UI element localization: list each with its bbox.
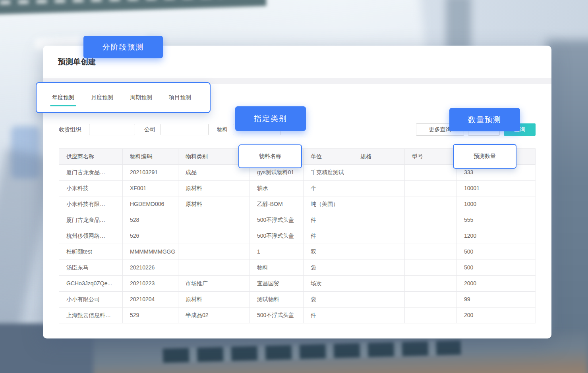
company-input[interactable]	[161, 124, 209, 135]
cell-spec	[353, 196, 405, 212]
cell-qty: 500	[457, 244, 536, 260]
background-right-shade	[546, 40, 588, 373]
cell-code: 202103291	[123, 165, 178, 180]
table-row[interactable]: 杜昕颐testMMMMMMMGGG1双500	[59, 244, 536, 260]
cell-name: 物料	[250, 260, 304, 275]
cell-qty: 500	[457, 260, 536, 275]
col-supplier-name: 供应商名称	[59, 149, 123, 164]
cell-spec	[353, 212, 405, 228]
cell-spec	[353, 276, 405, 291]
cell-qty: 1200	[457, 228, 536, 244]
cell-name: 乙醇-BOM	[250, 196, 304, 212]
receiving-org-input[interactable]	[89, 124, 135, 135]
specify-category-badge: 指定类别	[235, 106, 306, 131]
cell-unit: 袋	[304, 292, 353, 307]
col-model: 型号	[405, 149, 457, 164]
cell-category	[178, 228, 250, 244]
cell-supplier: 厦门古龙食品…	[59, 165, 123, 180]
cell-qty: 200	[457, 308, 536, 323]
cell-spec	[353, 165, 405, 180]
material-name-highlight-box: 物料名称	[238, 144, 302, 168]
cell-category: 原材料	[178, 196, 250, 212]
cell-spec	[353, 228, 405, 244]
quantity-forecast-badge: 数量预测	[449, 108, 520, 131]
cell-supplier: 杜昕颐test	[59, 244, 123, 260]
table-row[interactable]: 上海甄云信息科…529半成品02500不浮式头盖件200	[59, 308, 536, 323]
cell-name: 轴承	[250, 181, 304, 196]
cell-code: XF001	[123, 181, 178, 196]
cell-spec	[353, 244, 405, 260]
cell-code: MMMMMMMGGG	[123, 244, 178, 260]
cell-model	[405, 165, 457, 180]
table-row[interactable]: 小米科技有限…HGDEMO006原材料乙醇-BOM吨（美国）1000	[59, 196, 536, 212]
background-doc-shape	[11, 126, 40, 179]
cell-name: 1	[250, 244, 304, 260]
receiving-org-label: 收货组织	[59, 123, 81, 136]
table-row[interactable]: 杭州移领网络…526500不浮式头盖件1200	[59, 228, 536, 244]
forecast-table: 供应商名称 物料编码 物料类别 物料名称 单位 规格 型号 预测数量 厦门古龙食…	[59, 148, 536, 323]
cell-supplier: 小米科技有限…	[59, 196, 123, 212]
cell-qty: 1000	[457, 196, 536, 212]
cell-unit: 件	[304, 308, 353, 323]
cell-name: 测试物料	[250, 292, 304, 307]
cell-category: 市场推广	[178, 276, 250, 291]
table-row[interactable]: 厦门古龙食品…528500不浮式头盖件555	[59, 212, 536, 228]
cell-model	[405, 308, 457, 323]
cell-model	[405, 244, 457, 260]
cell-category: 原材料	[178, 292, 250, 307]
col-unit: 单位	[304, 149, 353, 164]
tab-annual-forecast[interactable]: 年度预测	[51, 94, 75, 101]
cell-model	[405, 181, 457, 196]
cell-unit: 个	[304, 181, 353, 196]
cell-code: 528	[123, 212, 178, 228]
cell-code: 20210226	[123, 260, 178, 275]
cell-code: 20210223	[123, 276, 178, 291]
cell-category	[178, 260, 250, 275]
tabs-highlight-box: 年度预测 月度预测 周期预测 项目预测	[36, 82, 211, 113]
cell-unit: 件	[304, 228, 353, 244]
table-row[interactable]: 小米科技XF001原材料轴承个10001	[59, 181, 536, 196]
cell-supplier: 上海甄云信息科…	[59, 308, 123, 323]
table-row[interactable]: 小小有限公司20210204原材料测试物料袋99	[59, 292, 536, 308]
background-menu-text	[0, 0, 222, 4]
cell-model	[405, 196, 457, 212]
cell-name: 500不浮式头盖	[250, 228, 304, 244]
cell-qty: 10001	[457, 181, 536, 196]
cell-code: 526	[123, 228, 178, 244]
cell-spec	[353, 181, 405, 196]
col-material-code: 物料编码	[123, 149, 178, 164]
cell-qty: 2000	[457, 276, 536, 291]
cell-name: 宜昌国贸	[250, 276, 304, 291]
cell-unit: 场次	[304, 276, 353, 291]
cell-model	[405, 260, 457, 275]
cell-category: 半成品02	[178, 308, 250, 323]
cell-model	[405, 276, 457, 291]
background-keyboard	[163, 340, 461, 363]
forecast-qty-highlight-box: 预测数量	[453, 144, 516, 169]
cell-model	[405, 292, 457, 307]
background-dark-band	[446, 0, 471, 51]
cell-supplier: 厦门古龙食品…	[59, 212, 123, 228]
cell-spec	[353, 308, 405, 323]
table-row[interactable]: GCHo3Jzq0ZQe...20210223市场推广宜昌国贸场次2000	[59, 276, 536, 292]
cell-category: 原材料	[178, 181, 250, 196]
cell-supplier: 小小有限公司	[59, 292, 123, 307]
cell-unit: 千克精度测试	[304, 165, 353, 180]
cell-supplier: GCHo3Jzq0ZQe...	[59, 276, 123, 291]
cell-supplier: 汤臣东马	[59, 260, 123, 275]
cell-unit: 袋	[304, 260, 353, 275]
tab-period-forecast[interactable]: 周期预测	[129, 94, 153, 101]
cell-qty: 555	[457, 212, 536, 228]
cell-code: 529	[123, 308, 178, 323]
cell-model	[405, 228, 457, 244]
cell-supplier: 小米科技	[59, 181, 123, 196]
cell-unit: 件	[304, 212, 353, 228]
tab-monthly-forecast[interactable]: 月度预测	[90, 94, 114, 101]
table-row[interactable]: 汤臣东马20210226物料袋500	[59, 260, 536, 276]
company-label: 公司	[144, 123, 155, 136]
cell-category	[178, 244, 250, 260]
tab-project-forecast[interactable]: 项目预测	[168, 94, 192, 101]
material-label: 物料	[217, 123, 228, 136]
phase-forecast-badge: 分阶段预测	[83, 36, 163, 58]
cell-spec	[353, 260, 405, 275]
